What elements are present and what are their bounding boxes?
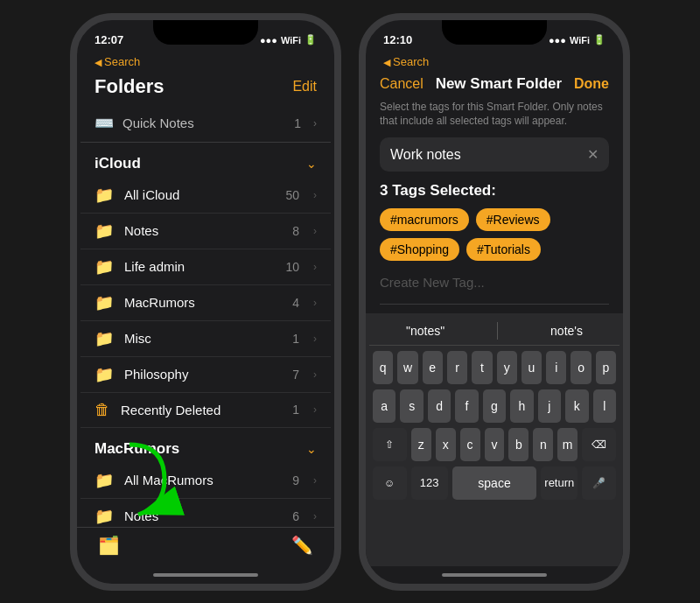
folder-notes-icloud[interactable]: 📁 Notes 8 ›	[80, 214, 331, 249]
key-v[interactable]: v	[485, 428, 505, 461]
emoji-key[interactable]: ☺	[373, 466, 407, 500]
delete-key[interactable]: ⌫	[582, 428, 616, 461]
folder-philosophy[interactable]: 📁 Philosophy 7 ›	[80, 357, 331, 393]
create-tag-input[interactable]: Create New Tag...	[380, 270, 609, 295]
folders-header: Folders Edit	[77, 72, 334, 105]
key-n[interactable]: n	[533, 428, 553, 461]
folder-macrumors-icloud[interactable]: 📁 MacRumors 4 ›	[80, 285, 331, 321]
key-j[interactable]: j	[538, 389, 561, 423]
folder-count: 8	[292, 224, 299, 238]
key-t[interactable]: t	[472, 351, 492, 384]
tag-reviews[interactable]: #Reviews	[476, 208, 550, 231]
cancel-button[interactable]: Cancel	[380, 76, 424, 92]
suggestion-notes-apostrophe[interactable]: note's	[543, 322, 590, 340]
tag-shopping[interactable]: #Shopping	[380, 238, 459, 261]
key-l[interactable]: l	[593, 389, 616, 423]
suggestions-row: "notes" note's	[369, 319, 620, 346]
folder-icon: 📁	[94, 293, 114, 312]
folder-all-icloud[interactable]: 📁 All iCloud 50 ›	[80, 178, 331, 214]
key-f[interactable]: f	[455, 389, 478, 423]
right-content: Search Cancel New Smart Folder Done Sele…	[366, 55, 623, 566]
keyboard-area: "notes" note's q w e r t y u i o p	[366, 313, 623, 566]
battery-icon: 🔋	[304, 34, 317, 46]
shift-key[interactable]: ⇧	[373, 428, 407, 461]
home-indicator-left	[77, 566, 334, 584]
done-button[interactable]: Done	[574, 76, 609, 92]
key-r[interactable]: r	[447, 351, 467, 384]
macrumors-chevron-icon[interactable]: ⌄	[306, 442, 317, 456]
key-o[interactable]: o	[570, 351, 591, 384]
keyboard-row-3: ⇧ z x c v b n m ⌫	[373, 428, 616, 461]
section-header-icloud: iCloud ⌄	[80, 143, 331, 178]
quick-notes-count: 1	[294, 116, 301, 130]
key-y[interactable]: y	[497, 351, 517, 384]
key-w[interactable]: w	[397, 351, 417, 384]
key-x[interactable]: x	[436, 428, 456, 461]
numbers-key[interactable]: 123	[411, 466, 448, 500]
back-search-left[interactable]: Search	[77, 55, 334, 72]
folder-misc[interactable]: 📁 Misc 1 ›	[80, 321, 331, 357]
tag-macrumors[interactable]: #macrumors	[380, 208, 469, 231]
smart-folder-subtitle: Select the tags for this Smart Folder. O…	[366, 100, 623, 138]
microphone-key[interactable]: 🎤	[582, 466, 616, 500]
clear-icon[interactable]: ✕	[587, 146, 598, 163]
folder-notes-macrumors[interactable]: 📁 Notes 6 ›	[80, 499, 331, 527]
status-icons-left: ●●● WiFi 🔋	[260, 34, 317, 46]
folder-name: Life admin	[124, 259, 275, 274]
page-title-left: Folders	[94, 75, 164, 98]
return-key[interactable]: return	[541, 466, 578, 500]
signal-icon: ●●●	[260, 35, 277, 46]
key-u[interactable]: u	[522, 351, 542, 384]
status-icons-right: ●●● WiFi 🔋	[549, 34, 606, 46]
folder-chevron: ›	[313, 403, 317, 416]
key-c[interactable]: c	[460, 428, 480, 461]
icloud-chevron-icon[interactable]: ⌄	[306, 157, 317, 171]
key-k[interactable]: k	[565, 389, 588, 423]
folder-chevron: ›	[313, 297, 317, 309]
keyboard: q w e r t y u i o p a s d f g	[369, 349, 620, 563]
quick-notes-chevron: ›	[313, 117, 317, 130]
keyboard-row-2: a s d f g h j k l	[373, 389, 616, 423]
space-key[interactable]: space	[452, 466, 536, 500]
key-g[interactable]: g	[483, 389, 506, 423]
new-smart-folder-title: New Smart Folder	[436, 75, 563, 93]
new-note-button[interactable]: ✏️	[291, 535, 313, 556]
key-q[interactable]: q	[373, 351, 393, 384]
key-p[interactable]: p	[596, 351, 616, 384]
key-e[interactable]: e	[423, 351, 443, 384]
folder-chevron: ›	[313, 510, 317, 522]
folder-name-field[interactable]: Work notes ✕	[380, 137, 609, 172]
folder-all-macrumors[interactable]: 📁 All MacRumors 9 ›	[80, 463, 331, 499]
key-i[interactable]: i	[546, 351, 566, 384]
edit-button[interactable]: Edit	[292, 79, 317, 95]
key-z[interactable]: z	[411, 428, 431, 461]
notch-right	[442, 20, 547, 45]
key-b[interactable]: b	[508, 428, 528, 461]
time-right: 12:10	[383, 33, 412, 46]
tags-container: #macrumors #Reviews #Shopping #Tutorials	[380, 208, 609, 261]
key-s[interactable]: s	[400, 389, 423, 423]
folder-name: Misc	[124, 331, 282, 346]
folder-life-admin[interactable]: 📁 Life admin 10 ›	[80, 249, 331, 285]
folder-name: Notes	[124, 223, 282, 238]
wifi-icon-right: WiFi	[570, 35, 590, 46]
key-m[interactable]: m	[557, 428, 578, 461]
tags-header: 3 Tags Selected:	[380, 182, 609, 200]
folder-recently-deleted[interactable]: 🗑 Recently Deleted 1 ›	[80, 393, 331, 428]
key-a[interactable]: a	[373, 389, 396, 423]
key-d[interactable]: d	[428, 389, 451, 423]
tag-tutorials[interactable]: #Tutorials	[466, 238, 541, 261]
folder-chevron: ›	[313, 333, 317, 345]
battery-icon-right: 🔋	[593, 34, 606, 46]
folder-count: 7	[292, 368, 299, 382]
quick-notes-row[interactable]: ⌨️ Quick Notes 1 ›	[80, 105, 331, 143]
suggestion-notes-quoted[interactable]: "notes"	[399, 322, 452, 340]
keyboard-row-1: q w e r t y u i o p	[373, 351, 616, 384]
new-folder-button[interactable]: 🗂️	[98, 535, 120, 556]
folder-count: 50	[285, 188, 299, 202]
back-search-right[interactable]: Search	[366, 55, 623, 72]
home-indicator-right	[366, 566, 623, 584]
right-phone: 12:10 ●●● WiFi 🔋 Search Cancel New Smart…	[359, 13, 630, 591]
key-h[interactable]: h	[510, 389, 533, 423]
folder-count: 4	[292, 296, 299, 310]
